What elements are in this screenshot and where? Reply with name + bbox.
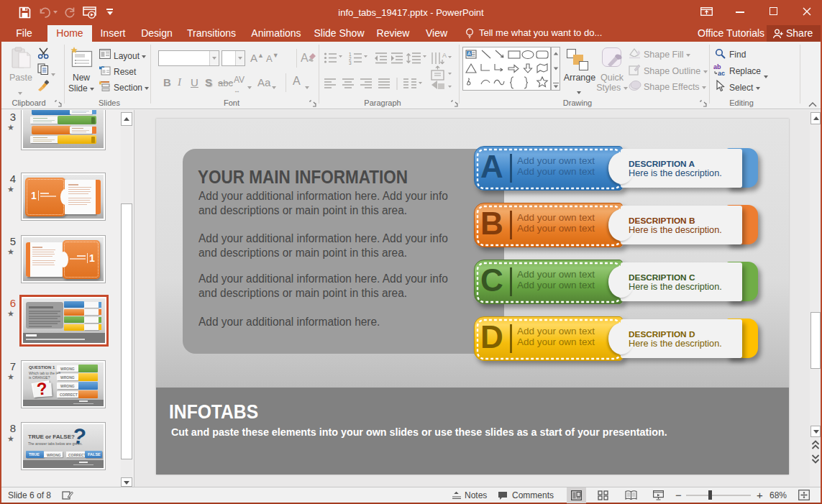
svg-text:3: 3 xyxy=(349,60,352,65)
svg-text:A: A xyxy=(301,52,309,64)
svg-text:A: A xyxy=(467,51,471,56)
svg-text:A: A xyxy=(442,52,447,59)
svg-text:ac: ac xyxy=(718,70,725,76)
